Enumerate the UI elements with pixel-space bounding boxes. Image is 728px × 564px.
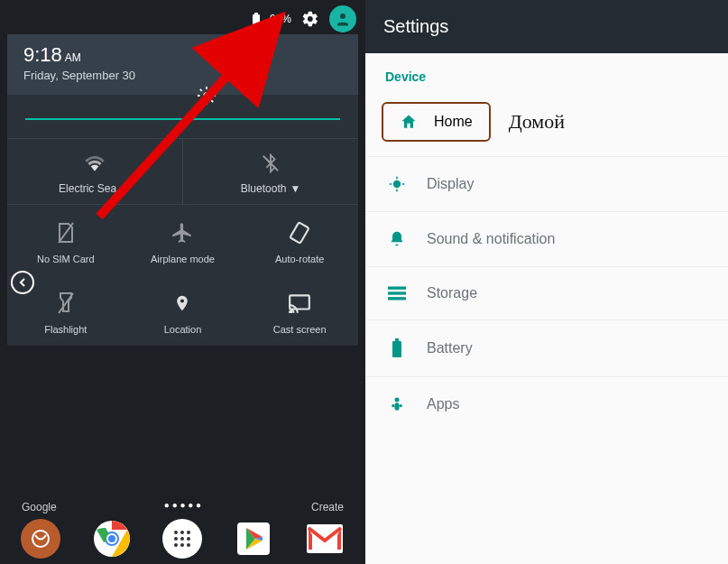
bell-icon <box>387 230 407 248</box>
cast-icon <box>288 291 311 315</box>
dock-browser-icon[interactable] <box>21 519 60 559</box>
wifi-tile[interactable]: Electric Sea ▼ <box>7 139 182 204</box>
annotation-home-translation: Домой <box>509 110 565 134</box>
location-label: Location <box>164 324 202 335</box>
svg-line-13 <box>59 223 73 243</box>
flashlight-label: Flashlight <box>44 324 87 335</box>
battery-icon <box>387 338 407 358</box>
setting-apps-label: Apps <box>427 396 459 412</box>
rotate-tile[interactable]: Auto-rotate <box>241 205 358 275</box>
svg-point-23 <box>174 531 178 534</box>
location-tile[interactable]: Location <box>124 275 242 346</box>
clock-header: 9:18AM Friday, September 30 <box>7 34 358 95</box>
setting-storage-label: Storage <box>427 285 477 301</box>
create-widget[interactable]: Create <box>311 501 344 513</box>
airplane-label: Airplane mode <box>151 254 215 264</box>
caret-down-icon: ▼ <box>290 182 300 195</box>
page-indicator: ● ● ● ● ● <box>164 500 201 510</box>
clock-time: 9:18AM <box>23 43 342 67</box>
bluetooth-off-icon <box>259 152 282 175</box>
sim-tile[interactable]: No SIM Card <box>7 205 124 275</box>
home-icon <box>400 113 418 131</box>
back-chevron-button[interactable] <box>11 271 34 294</box>
dock-play-icon[interactable] <box>234 519 273 559</box>
svg-rect-38 <box>388 297 406 300</box>
sim-icon <box>54 221 78 245</box>
setting-home-label: Home <box>434 114 473 130</box>
apps-icon <box>387 395 407 413</box>
time-ampm: AM <box>65 51 81 64</box>
date-text: Friday, September 30 <box>23 69 342 82</box>
dock <box>0 513 365 564</box>
dock-apps-icon[interactable] <box>162 519 202 559</box>
svg-point-29 <box>174 543 178 547</box>
svg-point-17 <box>290 311 291 313</box>
dock-chrome-icon[interactable] <box>92 519 132 559</box>
battery-percent: 99% <box>270 13 291 25</box>
setting-home-row: Home Домой <box>365 93 728 157</box>
flashlight-icon <box>54 291 78 315</box>
settings-gear-icon[interactable] <box>300 9 320 29</box>
svg-rect-1 <box>254 13 258 14</box>
bluetooth-label: Bluetooth <box>241 182 287 195</box>
svg-rect-39 <box>392 341 401 357</box>
brightness-thumb-icon[interactable] <box>197 86 217 106</box>
setting-battery[interactable]: Battery <box>365 320 728 377</box>
display-icon <box>387 175 407 193</box>
cast-label: Cast screen <box>273 324 327 335</box>
svg-point-22 <box>108 535 115 542</box>
brightness-slider[interactable] <box>7 95 358 138</box>
setting-sound-label: Sound & notification <box>427 231 555 247</box>
svg-rect-14 <box>290 222 309 243</box>
wifi-icon <box>83 152 106 175</box>
time-text: 9:18 <box>23 43 62 66</box>
settings-screen: Settings Device Home Домой Display Sound… <box>365 0 728 564</box>
svg-point-30 <box>180 543 184 547</box>
svg-line-11 <box>211 89 213 91</box>
svg-point-31 <box>187 543 190 547</box>
svg-point-2 <box>340 14 346 19</box>
quick-settings-card: 9:18AM Friday, September 30 Electric Sea… <box>7 34 358 346</box>
google-widget[interactable]: Google <box>22 501 57 513</box>
svg-rect-40 <box>395 338 399 341</box>
svg-rect-16 <box>290 295 309 309</box>
svg-point-28 <box>187 537 190 541</box>
setting-apps[interactable]: Apps <box>365 377 728 431</box>
svg-point-24 <box>180 531 184 534</box>
svg-point-26 <box>174 537 178 541</box>
svg-line-10 <box>200 100 202 102</box>
bluetooth-tile[interactable]: Bluetooth ▼ <box>182 139 358 204</box>
dock-gmail-icon[interactable] <box>305 519 345 559</box>
quick-settings-panel: 99% 9:18AM Friday, September 30 <box>0 0 365 564</box>
setting-storage[interactable]: Storage <box>365 267 728 320</box>
svg-line-9 <box>211 100 213 102</box>
battery-icon <box>252 13 261 25</box>
svg-point-3 <box>203 92 209 98</box>
svg-point-27 <box>180 537 184 541</box>
setting-display[interactable]: Display <box>365 157 728 212</box>
setting-display-label: Display <box>427 176 474 192</box>
user-avatar[interactable] <box>329 5 356 32</box>
svg-point-43 <box>392 404 394 407</box>
sim-label: No SIM Card <box>37 254 95 264</box>
cast-tile[interactable]: Cast screen <box>241 275 358 346</box>
svg-rect-36 <box>388 287 406 290</box>
airplane-icon <box>170 221 194 245</box>
setting-battery-label: Battery <box>427 340 473 356</box>
airplane-tile[interactable]: Airplane mode <box>124 205 242 275</box>
svg-point-25 <box>187 531 190 534</box>
setting-sound[interactable]: Sound & notification <box>365 212 728 267</box>
status-bar: 99% <box>0 0 365 34</box>
svg-point-35 <box>393 180 401 188</box>
svg-rect-37 <box>388 291 406 294</box>
svg-point-44 <box>400 404 402 407</box>
svg-rect-0 <box>253 14 260 24</box>
svg-point-41 <box>395 398 400 402</box>
rotate-icon <box>288 221 311 245</box>
svg-line-8 <box>200 89 202 91</box>
svg-rect-42 <box>395 402 400 410</box>
setting-home[interactable]: Home <box>382 102 491 142</box>
wifi-label: Electric Sea <box>59 182 116 195</box>
section-device: Device <box>365 53 728 93</box>
storage-icon <box>387 286 407 300</box>
